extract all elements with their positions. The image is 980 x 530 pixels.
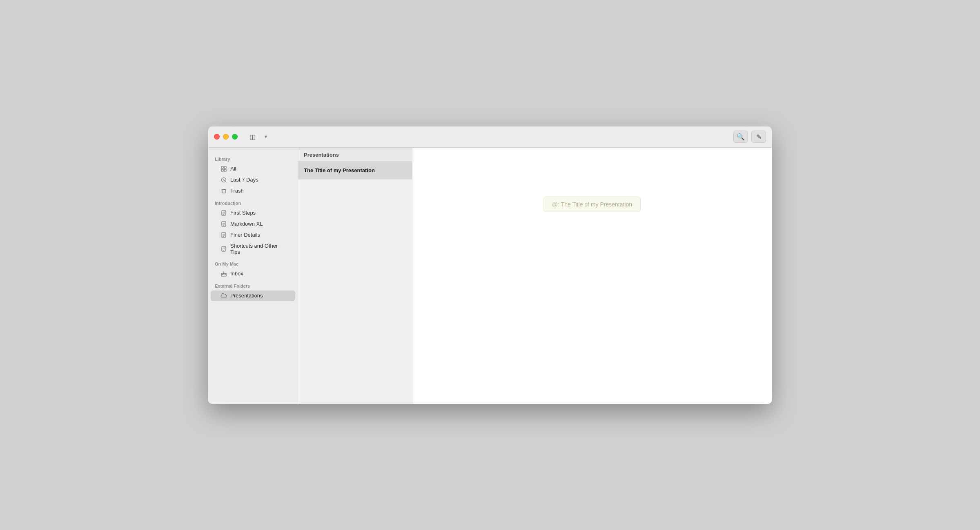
- app-window: ◫ ▼ 🔍 ✎ Library: [208, 126, 772, 404]
- inbox-label: Inbox: [230, 271, 243, 277]
- chevron-down-icon: ▼: [264, 134, 268, 139]
- sidebar-item-last7days[interactable]: Last 7 Days: [211, 175, 295, 185]
- chevron-down-button[interactable]: ▼: [261, 131, 270, 142]
- doc-icon-firststeps: [220, 210, 227, 216]
- note-item[interactable]: The Title of my Presentation: [298, 162, 412, 180]
- finerdetails-label: Finer Details: [230, 232, 260, 238]
- minimize-button[interactable]: [223, 134, 229, 140]
- titlebar: ◫ ▼ 🔍 ✎: [208, 126, 772, 148]
- compose-button[interactable]: ✎: [751, 131, 766, 143]
- search-button[interactable]: 🔍: [733, 131, 748, 143]
- editor[interactable]: @: The Title of my Presentation: [412, 148, 772, 404]
- externalfolders-section-label: External Folders: [208, 279, 298, 290]
- editor-hint: @: The Title of my Presentation: [543, 197, 641, 212]
- sidebar-toggle-button[interactable]: ◫: [246, 131, 259, 142]
- cloud-icon: [220, 293, 227, 299]
- sidebar-item-inbox[interactable]: Inbox: [211, 268, 295, 279]
- search-icon: 🔍: [737, 133, 745, 141]
- onmymac-section-label: On My Mac: [208, 257, 298, 268]
- sidebar-toggle-icon: ◫: [249, 133, 256, 141]
- sidebar-item-finerdetails[interactable]: Finer Details: [211, 230, 295, 240]
- note-list-header: Presentations: [298, 148, 412, 162]
- sidebar-item-all[interactable]: All: [211, 164, 295, 174]
- markdownxl-label: Markdown XL: [230, 221, 263, 227]
- last7days-label: Last 7 Days: [230, 177, 258, 183]
- svg-rect-3: [224, 169, 226, 171]
- firststeps-label: First Steps: [230, 210, 256, 216]
- titlebar-controls: ◫ ▼: [246, 131, 270, 142]
- sidebar: Library All: [208, 148, 298, 404]
- desktop: ◫ ▼ 🔍 ✎ Library: [0, 0, 980, 530]
- svg-rect-7: [222, 190, 225, 193]
- svg-rect-2: [221, 169, 223, 171]
- sidebar-item-presentations[interactable]: Presentations: [211, 291, 295, 301]
- sidebar-item-markdownxl[interactable]: Markdown XL: [211, 219, 295, 229]
- presentations-label: Presentations: [230, 293, 263, 299]
- shortcuts-label: Shortcuts and Other Tips: [230, 243, 289, 255]
- svg-line-6: [224, 180, 225, 181]
- inbox-icon: [220, 271, 227, 277]
- titlebar-actions: 🔍 ✎: [733, 131, 766, 143]
- svg-rect-1: [224, 166, 226, 169]
- note-item-title: The Title of my Presentation: [304, 167, 406, 173]
- maximize-button[interactable]: [232, 134, 238, 140]
- introduction-section-label: Introduction: [208, 197, 298, 207]
- sidebar-item-shortcuts[interactable]: Shortcuts and Other Tips: [211, 241, 295, 257]
- library-section-label: Library: [208, 153, 298, 163]
- sidebar-item-firststeps[interactable]: First Steps: [211, 208, 295, 218]
- compose-icon: ✎: [756, 133, 762, 141]
- sidebar-item-trash[interactable]: Trash: [211, 186, 295, 196]
- all-label: All: [230, 166, 236, 172]
- doc-icon-shortcuts: [220, 246, 227, 252]
- doc-icon-finerdetails: [220, 232, 227, 238]
- close-button[interactable]: [214, 134, 220, 140]
- trash-icon: [220, 188, 227, 194]
- main-content: Library All: [208, 148, 772, 404]
- clock-icon: [220, 177, 227, 183]
- doc-icon-markdownxl: [220, 221, 227, 227]
- trash-label: Trash: [230, 188, 244, 194]
- all-icon: [220, 166, 227, 172]
- note-list: Presentations The Title of my Presentati…: [298, 148, 412, 404]
- svg-rect-0: [221, 166, 223, 169]
- traffic-lights: [214, 134, 238, 140]
